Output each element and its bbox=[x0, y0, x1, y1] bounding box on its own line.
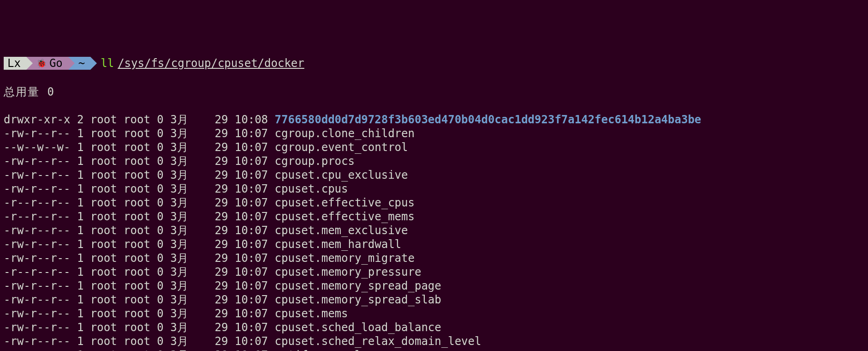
list-item: -rw-r--r-- 1 root root 0 3月 29 10:07 not… bbox=[4, 348, 864, 351]
list-item: -r--r--r-- 1 root root 0 3月 29 10:07 cpu… bbox=[4, 265, 864, 279]
list-item: -rw-r--r-- 1 root root 0 3月 29 10:07 cgr… bbox=[4, 127, 864, 140]
list-item: -rw-r--r-- 1 root root 0 3月 29 10:07 cpu… bbox=[4, 307, 864, 321]
file-name: cpuset.memory_spread_page bbox=[275, 279, 441, 292]
file-name: cpuset.sched_load_balance bbox=[275, 321, 441, 334]
file-name: cpuset.effective_cpus bbox=[275, 196, 415, 209]
list-item: -rw-r--r-- 1 root root 0 3月 29 10:07 cpu… bbox=[4, 334, 864, 348]
file-name: cpuset.memory_pressure bbox=[275, 266, 422, 278]
file-name: cpuset.mem_exclusive bbox=[275, 224, 408, 237]
file-meta: -rw-r--r-- 1 root root 0 3月 29 10:07 bbox=[4, 127, 275, 140]
list-item: -rw-r--r-- 1 root root 0 3月 29 10:07 cpu… bbox=[4, 237, 864, 251]
file-name: cgroup.clone_children bbox=[275, 127, 415, 140]
file-listing: drwxr-xr-x 2 root root 0 3月 29 10:08 776… bbox=[4, 113, 864, 351]
list-item: -r--r--r-- 1 root root 0 3月 29 10:07 cpu… bbox=[4, 210, 864, 224]
file-name: cpuset.mem_hardwall bbox=[275, 238, 402, 251]
file-meta: --w--w--w- 1 root root 0 3月 29 10:07 bbox=[4, 141, 275, 154]
file-meta: -rw-r--r-- 1 root root 0 3月 29 10:07 bbox=[4, 279, 275, 292]
file-meta: -rw-r--r-- 1 root root 0 3月 29 10:07 bbox=[4, 182, 275, 195]
file-name: cgroup.event_control bbox=[275, 141, 408, 154]
file-meta: -r--r--r-- 1 root root 0 3月 29 10:07 bbox=[4, 210, 275, 223]
file-name: cgroup.procs bbox=[275, 155, 355, 168]
file-meta: -rw-r--r-- 1 root root 0 3月 29 10:07 bbox=[4, 238, 275, 251]
file-name: cpuset.sched_relax_domain_level bbox=[275, 335, 482, 348]
file-meta: -rw-r--r-- 1 root root 0 3月 29 10:07 bbox=[4, 252, 275, 265]
file-name: cpuset.memory_spread_slab bbox=[275, 293, 441, 306]
list-item: -rw-r--r-- 1 root root 0 3月 29 10:07 cpu… bbox=[4, 293, 864, 307]
command-input[interactable]: ll/sys/fs/cgroup/cpuset/docker bbox=[90, 56, 304, 70]
file-name: notify_on_release bbox=[275, 349, 388, 351]
directory-name: 7766580dd0d7d9728f3b603ed470b04d0cac1dd9… bbox=[275, 113, 702, 126]
file-meta: -rw-r--r-- 1 root root 0 3月 29 10:07 bbox=[4, 169, 275, 182]
file-meta: -r--r--r-- 1 root root 0 3月 29 10:07 bbox=[4, 266, 275, 278]
list-item: drwxr-xr-x 2 root root 0 3月 29 10:08 776… bbox=[4, 113, 864, 127]
list-item: -rw-r--r-- 1 root root 0 3月 29 10:07 cpu… bbox=[4, 168, 864, 182]
bug-icon: 🐞 bbox=[36, 58, 47, 69]
file-meta: -rw-r--r-- 1 root root 0 3月 29 10:07 bbox=[4, 307, 275, 320]
list-item: -rw-r--r-- 1 root root 0 3月 29 10:07 cpu… bbox=[4, 182, 864, 196]
file-meta: -rw-r--r-- 1 root root 0 3月 29 10:07 bbox=[4, 293, 275, 306]
file-meta: drwxr-xr-x 2 root root 0 3月 29 10:08 bbox=[4, 113, 275, 126]
file-meta: -rw-r--r-- 1 root root 0 3月 29 10:07 bbox=[4, 335, 275, 348]
prompt-segment-host: Lx bbox=[4, 57, 26, 70]
total-line: 总用量 0 bbox=[4, 85, 864, 99]
file-name: cpuset.cpus bbox=[275, 182, 348, 195]
file-meta: -rw-r--r-- 1 root root 0 3月 29 10:07 bbox=[4, 155, 275, 168]
command-path: /sys/fs/cgroup/cpuset/docker bbox=[118, 56, 304, 70]
file-meta: -rw-r--r-- 1 root root 0 3月 29 10:07 bbox=[4, 224, 275, 237]
prompt-line[interactable]: Lx 🐞Go ~ ll/sys/fs/cgroup/cpuset/docker bbox=[4, 56, 864, 70]
file-name: cpuset.cpu_exclusive bbox=[275, 169, 408, 182]
list-item: -rw-r--r-- 1 root root 0 3月 29 10:07 cpu… bbox=[4, 251, 864, 265]
file-name: cpuset.mems bbox=[275, 307, 348, 320]
list-item: -rw-r--r-- 1 root root 0 3月 29 10:07 cpu… bbox=[4, 279, 864, 293]
list-item: -rw-r--r-- 1 root root 0 3月 29 10:07 cpu… bbox=[4, 224, 864, 237]
file-name: cpuset.effective_mems bbox=[275, 210, 415, 223]
prompt-lang-text: Go bbox=[49, 56, 63, 70]
command-name: ll bbox=[101, 56, 114, 70]
list-item: -r--r--r-- 1 root root 0 3月 29 10:07 cpu… bbox=[4, 196, 864, 210]
list-item: --w--w--w- 1 root root 0 3月 29 10:07 cgr… bbox=[4, 140, 864, 154]
file-meta: -rw-r--r-- 1 root root 0 3月 29 10:07 bbox=[4, 349, 275, 351]
list-item: -rw-r--r-- 1 root root 0 3月 29 10:07 cpu… bbox=[4, 321, 864, 334]
list-item: -rw-r--r-- 1 root root 0 3月 29 10:07 cgr… bbox=[4, 154, 864, 168]
file-meta: -rw-r--r-- 1 root root 0 3月 29 10:07 bbox=[4, 321, 275, 334]
file-name: cpuset.memory_migrate bbox=[275, 252, 415, 265]
file-meta: -r--r--r-- 1 root root 0 3月 29 10:07 bbox=[4, 196, 275, 209]
